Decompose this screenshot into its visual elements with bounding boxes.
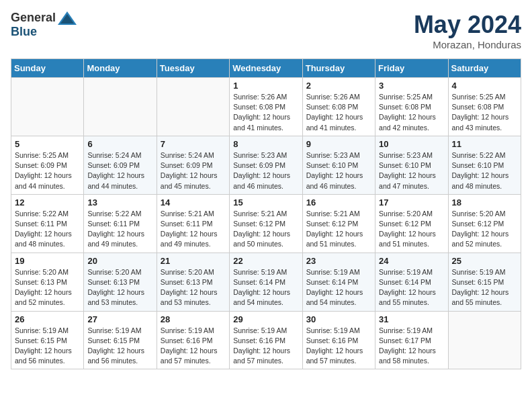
logo: General Blue	[11, 11, 77, 39]
calendar-day-cell: 17Sunrise: 5:20 AM Sunset: 6:12 PM Dayli…	[375, 194, 448, 253]
day-number: 20	[87, 256, 152, 266]
day-info: Sunrise: 5:19 AM Sunset: 6:14 PM Dayligh…	[233, 267, 298, 308]
calendar-week-row: 19Sunrise: 5:20 AM Sunset: 6:13 PM Dayli…	[11, 253, 521, 311]
calendar-day-cell: 10Sunrise: 5:23 AM Sunset: 6:10 PM Dayli…	[375, 136, 448, 194]
day-number: 12	[15, 197, 80, 208]
day-number: 9	[306, 139, 371, 149]
calendar-day-cell: 2Sunrise: 5:26 AM Sunset: 6:08 PM Daylig…	[302, 78, 375, 136]
day-number: 23	[306, 256, 371, 266]
day-number: 31	[379, 314, 444, 324]
day-info: Sunrise: 5:19 AM Sunset: 6:14 PM Dayligh…	[306, 267, 371, 308]
day-info: Sunrise: 5:25 AM Sunset: 6:09 PM Dayligh…	[15, 150, 80, 191]
day-info: Sunrise: 5:20 AM Sunset: 6:13 PM Dayligh…	[161, 267, 226, 308]
day-number: 18	[452, 197, 517, 208]
day-info: Sunrise: 5:23 AM Sunset: 6:09 PM Dayligh…	[233, 150, 298, 191]
day-number: 24	[379, 256, 444, 266]
day-info: Sunrise: 5:22 AM Sunset: 6:11 PM Dayligh…	[87, 209, 152, 250]
calendar-table: SundayMondayTuesdayWednesdayThursdayFrid…	[11, 58, 521, 369]
day-info: Sunrise: 5:21 AM Sunset: 6:12 PM Dayligh…	[233, 209, 298, 250]
day-number: 16	[306, 197, 371, 208]
calendar-day-cell: 14Sunrise: 5:21 AM Sunset: 6:11 PM Dayli…	[157, 194, 229, 253]
calendar-day-cell	[448, 311, 521, 369]
calendar-day-cell: 27Sunrise: 5:19 AM Sunset: 6:15 PM Dayli…	[84, 311, 157, 369]
calendar-body: 1Sunrise: 5:26 AM Sunset: 6:08 PM Daylig…	[11, 78, 521, 369]
calendar-day-cell: 4Sunrise: 5:25 AM Sunset: 6:08 PM Daylig…	[448, 78, 521, 136]
day-number: 3	[379, 81, 444, 91]
day-info: Sunrise: 5:19 AM Sunset: 6:16 PM Dayligh…	[233, 326, 298, 367]
day-number: 29	[233, 314, 298, 324]
calendar-header: SundayMondayTuesdayWednesdayThursdayFrid…	[11, 59, 521, 78]
day-info: Sunrise: 5:21 AM Sunset: 6:11 PM Dayligh…	[161, 209, 226, 250]
day-number: 19	[15, 256, 80, 266]
calendar-day-cell: 26Sunrise: 5:19 AM Sunset: 6:15 PM Dayli…	[11, 311, 84, 369]
day-number: 11	[452, 139, 517, 149]
calendar-day-cell: 24Sunrise: 5:19 AM Sunset: 6:14 PM Dayli…	[375, 253, 448, 311]
day-info: Sunrise: 5:26 AM Sunset: 6:08 PM Dayligh…	[306, 92, 371, 133]
day-number: 10	[379, 139, 444, 149]
calendar-day-cell: 19Sunrise: 5:20 AM Sunset: 6:13 PM Dayli…	[11, 253, 84, 311]
day-info: Sunrise: 5:19 AM Sunset: 6:14 PM Dayligh…	[379, 267, 444, 308]
calendar-week-row: 12Sunrise: 5:22 AM Sunset: 6:11 PM Dayli…	[11, 194, 521, 253]
calendar-day-cell: 21Sunrise: 5:20 AM Sunset: 6:13 PM Dayli…	[157, 253, 229, 311]
day-number: 8	[233, 139, 298, 149]
day-info: Sunrise: 5:19 AM Sunset: 6:16 PM Dayligh…	[161, 326, 226, 367]
calendar-day-cell: 11Sunrise: 5:22 AM Sunset: 6:10 PM Dayli…	[448, 136, 521, 194]
day-info: Sunrise: 5:20 AM Sunset: 6:13 PM Dayligh…	[87, 267, 152, 308]
day-number: 26	[15, 314, 80, 324]
day-info: Sunrise: 5:23 AM Sunset: 6:10 PM Dayligh…	[379, 150, 444, 191]
calendar-header-cell: Wednesday	[230, 59, 302, 78]
calendar-day-cell: 16Sunrise: 5:21 AM Sunset: 6:12 PM Dayli…	[302, 194, 375, 253]
title-area: May 2024 Morazan, Honduras	[414, 11, 521, 50]
calendar-day-cell: 31Sunrise: 5:19 AM Sunset: 6:17 PM Dayli…	[375, 311, 448, 369]
day-info: Sunrise: 5:24 AM Sunset: 6:09 PM Dayligh…	[87, 150, 152, 191]
day-info: Sunrise: 5:22 AM Sunset: 6:11 PM Dayligh…	[15, 209, 80, 250]
calendar-day-cell	[11, 78, 84, 136]
day-info: Sunrise: 5:20 AM Sunset: 6:12 PM Dayligh…	[452, 209, 517, 250]
calendar-day-cell: 5Sunrise: 5:25 AM Sunset: 6:09 PM Daylig…	[11, 136, 84, 194]
day-info: Sunrise: 5:19 AM Sunset: 6:17 PM Dayligh…	[379, 326, 444, 367]
day-number: 14	[161, 197, 226, 208]
day-number: 6	[87, 139, 152, 149]
day-number: 28	[161, 314, 226, 324]
day-info: Sunrise: 5:22 AM Sunset: 6:10 PM Dayligh…	[452, 150, 517, 191]
day-info: Sunrise: 5:24 AM Sunset: 6:09 PM Dayligh…	[161, 150, 226, 191]
calendar-day-cell: 18Sunrise: 5:20 AM Sunset: 6:12 PM Dayli…	[448, 194, 521, 253]
day-info: Sunrise: 5:20 AM Sunset: 6:12 PM Dayligh…	[379, 209, 444, 250]
day-info: Sunrise: 5:19 AM Sunset: 6:15 PM Dayligh…	[452, 267, 517, 308]
day-info: Sunrise: 5:21 AM Sunset: 6:12 PM Dayligh…	[306, 209, 371, 250]
logo-general-text: General	[11, 11, 56, 25]
day-info: Sunrise: 5:25 AM Sunset: 6:08 PM Dayligh…	[379, 92, 444, 133]
day-number: 27	[87, 314, 152, 324]
calendar-day-cell: 29Sunrise: 5:19 AM Sunset: 6:16 PM Dayli…	[230, 311, 302, 369]
calendar-day-cell: 13Sunrise: 5:22 AM Sunset: 6:11 PM Dayli…	[84, 194, 157, 253]
day-info: Sunrise: 5:26 AM Sunset: 6:08 PM Dayligh…	[233, 92, 298, 133]
calendar-header-cell: Monday	[84, 59, 157, 78]
day-info: Sunrise: 5:25 AM Sunset: 6:08 PM Dayligh…	[452, 92, 517, 133]
calendar-day-cell: 15Sunrise: 5:21 AM Sunset: 6:12 PM Dayli…	[230, 194, 302, 253]
calendar-day-cell: 22Sunrise: 5:19 AM Sunset: 6:14 PM Dayli…	[230, 253, 302, 311]
calendar-week-row: 1Sunrise: 5:26 AM Sunset: 6:08 PM Daylig…	[11, 78, 521, 136]
month-title: May 2024	[414, 11, 521, 39]
calendar-day-cell: 8Sunrise: 5:23 AM Sunset: 6:09 PM Daylig…	[230, 136, 302, 194]
calendar-week-row: 5Sunrise: 5:25 AM Sunset: 6:09 PM Daylig…	[11, 136, 521, 194]
calendar-day-cell: 28Sunrise: 5:19 AM Sunset: 6:16 PM Dayli…	[157, 311, 229, 369]
calendar-day-cell: 12Sunrise: 5:22 AM Sunset: 6:11 PM Dayli…	[11, 194, 84, 253]
day-number: 5	[15, 139, 80, 149]
calendar-header-cell: Thursday	[302, 59, 375, 78]
logo-blue-text: Blue	[11, 25, 37, 39]
calendar-day-cell: 3Sunrise: 5:25 AM Sunset: 6:08 PM Daylig…	[375, 78, 448, 136]
calendar-day-cell	[84, 78, 157, 136]
calendar-day-cell: 30Sunrise: 5:19 AM Sunset: 6:16 PM Dayli…	[302, 311, 375, 369]
calendar-day-cell: 1Sunrise: 5:26 AM Sunset: 6:08 PM Daylig…	[230, 78, 302, 136]
day-info: Sunrise: 5:20 AM Sunset: 6:13 PM Dayligh…	[15, 267, 80, 308]
location: Morazan, Honduras	[414, 39, 521, 50]
page-header: General Blue May 2024 Morazan, Honduras	[11, 11, 521, 50]
day-number: 7	[161, 139, 226, 149]
logo-icon	[58, 11, 77, 25]
calendar-header-cell: Tuesday	[157, 59, 229, 78]
day-number: 22	[233, 256, 298, 266]
day-info: Sunrise: 5:23 AM Sunset: 6:10 PM Dayligh…	[306, 150, 371, 191]
calendar-day-cell: 25Sunrise: 5:19 AM Sunset: 6:15 PM Dayli…	[448, 253, 521, 311]
day-number: 4	[452, 81, 517, 91]
calendar-day-cell: 6Sunrise: 5:24 AM Sunset: 6:09 PM Daylig…	[84, 136, 157, 194]
